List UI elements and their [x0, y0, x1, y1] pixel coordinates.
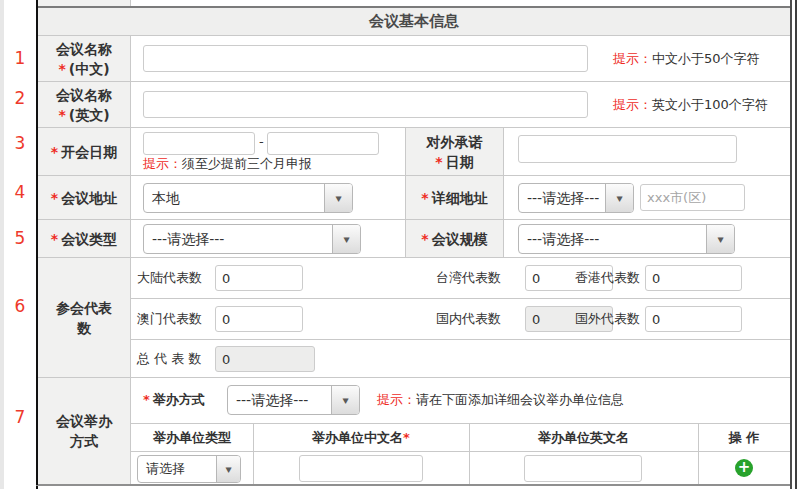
hongkong-count-input[interactable] [645, 265, 742, 291]
organizer-hint: 提示：请在下面添加详细会议举办单位信息 [377, 392, 624, 408]
meeting-scale-select[interactable]: ---请选择--- ▼ [518, 224, 735, 254]
col-header-operation: 操 作 [698, 424, 790, 451]
required-asterisk: * [143, 392, 150, 407]
meeting-name-en-label: 会议名称 *(英文) [38, 82, 131, 127]
promise-date-input[interactable] [518, 135, 737, 163]
col-header-org-en: 举办单位英文名 [469, 424, 698, 451]
date-range-dash: - [259, 134, 264, 150]
dropdown-arrow-icon[interactable]: ▼ [324, 184, 352, 212]
required-asterisk: * [58, 107, 65, 123]
row-number-4: 4 [8, 182, 32, 202]
col-header-org-type: 举办单位类型 [131, 424, 253, 451]
dropdown-arrow-icon[interactable]: ▼ [605, 184, 633, 212]
col-header-org-cn: 举办单位中文名* [253, 424, 469, 451]
row-number-1: 1 [8, 48, 32, 68]
mainland-count-input[interactable] [215, 265, 303, 291]
meeting-address-select[interactable]: 本地 ▼ [143, 183, 353, 213]
macau-count-input[interactable] [215, 306, 303, 332]
foreign-count-input[interactable] [645, 306, 742, 332]
meeting-name-cn-input[interactable] [143, 45, 588, 72]
mainland-count-label: 大陆代表数 [137, 270, 202, 286]
row-number-2: 2 [8, 88, 32, 108]
required-asterisk: * [403, 430, 410, 445]
dropdown-arrow-icon[interactable]: ▼ [706, 225, 734, 253]
detail-address-label: *详细地址 [405, 176, 504, 219]
row-number-3: 3 [8, 133, 32, 153]
row-number-6: 6 [8, 296, 32, 316]
right-border-line [790, 0, 792, 489]
macau-count-label: 澳门代表数 [137, 311, 202, 327]
divider [131, 298, 790, 299]
method-label: *举办方式 [143, 391, 205, 409]
meeting-name-en-hint: 提示：英文小于100个字符 [613, 97, 768, 113]
form-panel: 会议基本信息 会议名称 *(中文) 提示：中文小于50个字符 会议名称 *(英文… [36, 0, 790, 489]
section-title: 会议基本信息 [38, 6, 790, 36]
row-meeting-name-cn: 会议名称 *(中文) 提示：中文小于50个字符 [38, 36, 790, 82]
meeting-name-cn-label: 会议名称 *(中文) [38, 36, 131, 81]
divider [131, 451, 790, 452]
dropdown-arrow-icon[interactable]: ▼ [331, 386, 359, 414]
dropdown-arrow-icon[interactable]: ▼ [216, 456, 240, 482]
detail-address-select[interactable]: ---请选择--- ▼ [518, 183, 634, 213]
organizer-label: 会议举办 方式 [38, 378, 131, 484]
promise-date-label: 对外承诺 *日期 [405, 128, 504, 175]
org-cn-name-input[interactable] [299, 455, 423, 482]
method-select[interactable]: ---请选择--- ▼ [227, 385, 360, 415]
org-en-name-input[interactable] [524, 455, 642, 482]
required-asterisk: * [51, 231, 58, 247]
row-number-5: 5 [8, 228, 32, 248]
total-count-label: 总 代 表 数 [137, 351, 201, 367]
row-meeting-date: *开会日期 - 提示：须至少提前三个月申报 对外承诺 *日期 [38, 128, 790, 176]
hongkong-count-label: 香港代表数 [575, 270, 640, 286]
meeting-address-label: *会议地址 [38, 176, 131, 219]
meeting-type-label: *会议类型 [38, 220, 131, 257]
add-organizer-button[interactable]: + [735, 459, 753, 477]
left-edge [0, 0, 4, 489]
organizer-table: 举办单位类型 举办单位中文名* 举办单位英文名 操 作 请选择 ▼ + [131, 423, 790, 484]
foreign-count-label: 国外代表数 [575, 311, 640, 327]
dropdown-arrow-icon[interactable]: ▼ [332, 225, 360, 253]
meeting-date-hint: 提示：须至少提前三个月申报 [143, 156, 312, 172]
date-end-input[interactable] [267, 132, 379, 155]
window-edge-line [795, 0, 797, 489]
row-organizer: 会议举办 方式 *举办方式 ---请选择--- ▼ 提示：请在下面添加详细会议举… [38, 378, 790, 485]
divider [131, 339, 790, 340]
required-asterisk: * [51, 144, 58, 160]
row-number-7: 7 [8, 407, 32, 427]
required-asterisk: * [421, 190, 428, 206]
row-meeting-address: *会议地址 本地 ▼ *详细地址 ---请选择--- ▼ [38, 176, 790, 220]
city-input[interactable] [640, 184, 745, 211]
meeting-scale-label: *会议规模 [405, 220, 504, 257]
meeting-basic-info-form: 1 2 3 4 5 6 7 会议基本信息 会议名称 *(中文) 提示：中文小于5… [0, 0, 801, 489]
taiwan-count-label: 台湾代表数 [436, 270, 501, 286]
row-delegates: 参会代表 数 大陆代表数 台湾代表数 香港代表数 澳门代表数 国内代表数 国外代… [38, 258, 790, 378]
total-count-input [215, 346, 315, 372]
panel-bottom-border [36, 485, 792, 486]
required-asterisk: * [421, 231, 428, 247]
meeting-type-select[interactable]: ---请选择--- ▼ [143, 224, 361, 254]
meeting-name-en-input[interactable] [143, 91, 588, 118]
row-meeting-type: *会议类型 ---请选择--- ▼ *会议规模 ---请选择--- ▼ [38, 220, 790, 258]
required-asterisk: * [435, 154, 442, 170]
date-start-input[interactable] [143, 132, 255, 155]
org-type-select[interactable]: 请选择 ▼ [137, 455, 241, 483]
required-asterisk: * [51, 190, 58, 206]
meeting-date-label: *开会日期 [38, 128, 131, 175]
meeting-name-cn-hint: 提示：中文小于50个字符 [613, 51, 760, 67]
add-icon: + [738, 458, 751, 476]
required-asterisk: * [58, 61, 65, 77]
row-meeting-name-en: 会议名称 *(英文) 提示：英文小于100个字符 [38, 82, 790, 128]
delegates-label: 参会代表 数 [38, 258, 131, 377]
domestic-count-label: 国内代表数 [436, 311, 501, 327]
